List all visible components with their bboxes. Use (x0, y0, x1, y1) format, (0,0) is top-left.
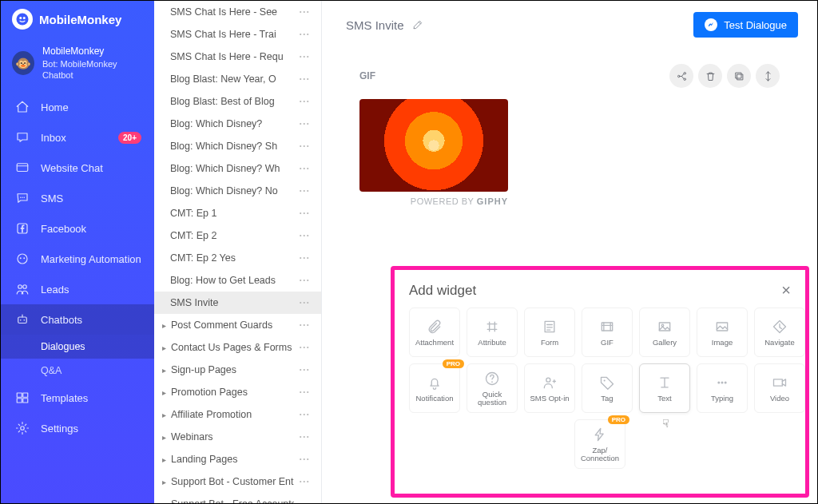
folder-menu[interactable]: ··· (300, 454, 310, 465)
brand: MobileMonkey (1, 1, 154, 38)
dialogue-item[interactable]: SMS Invite··· (154, 292, 321, 314)
workspace-switcher[interactable]: 🐵 MobileMonkey Bot: MobileMonkey Chatbot (1, 38, 154, 92)
widget-option-label: GIF (598, 339, 616, 347)
dialogue-folder[interactable]: ▸Promotion Pages··· (154, 381, 321, 403)
dialogue-item-menu[interactable]: ··· (300, 29, 310, 40)
nav-website-chat[interactable]: Website Chat (1, 153, 154, 183)
test-dialogue-label: Test Dialogue (724, 19, 787, 31)
widget-option-form[interactable]: Form (524, 308, 575, 357)
folder-label: Landing Pages (171, 454, 237, 465)
dialogue-folder[interactable]: ▸Webinars··· (154, 426, 321, 448)
topbar: SMS Invite Test Dialogue (322, 1, 817, 46)
dialogue-folder[interactable]: ▸Affiliate Promotion··· (154, 403, 321, 426)
folder-menu[interactable]: ··· (300, 476, 310, 487)
svg-point-36 (721, 381, 724, 383)
dialogue-item[interactable]: CMT: Ep 2 Yes··· (154, 247, 321, 269)
dialogue-item[interactable]: Blog: Which Disney? Sh··· (154, 135, 321, 157)
delete-button[interactable] (698, 64, 722, 88)
dialogue-item-menu[interactable]: ··· (300, 96, 310, 107)
dialogue-item[interactable]: SMS Chat Is Here - See··· (154, 1, 321, 23)
dialogue-item[interactable]: SMS Chat Is Here - Requ··· (154, 46, 321, 68)
nav-templates[interactable]: Templates (1, 383, 154, 413)
gif-widget-card[interactable]: GIF POWERED BY GIPHY (346, 54, 793, 216)
widget-option-typing[interactable]: Typing (697, 363, 748, 413)
widget-option-attachment[interactable]: Attachment (409, 308, 460, 357)
widget-option-image[interactable]: Image (697, 308, 748, 357)
folder-menu[interactable]: ··· (300, 319, 310, 331)
widget-option-gallery[interactable]: Gallery (639, 308, 690, 357)
folder-menu[interactable]: ··· (300, 409, 310, 420)
widget-option-quick-question[interactable]: Quick question (467, 363, 518, 413)
folder-label: Sign-up Pages (171, 364, 236, 375)
dialogue-folder[interactable]: ▸Support Bot - Customer Entry··· (154, 470, 321, 493)
nav-inbox[interactable]: Inbox 20+ (1, 122, 154, 153)
close-panel-button[interactable]: × (781, 281, 791, 300)
nav-leads[interactable]: Leads (1, 274, 154, 304)
dialogue-item-menu[interactable]: ··· (300, 141, 310, 152)
dialogue-item-menu[interactable]: ··· (300, 51, 310, 62)
folder-menu[interactable]: ··· (300, 342, 310, 353)
widget-option-gif[interactable]: GIF (582, 308, 633, 357)
test-dialogue-button[interactable]: Test Dialogue (693, 12, 798, 38)
dialogue-item[interactable]: CMT: Ep 2··· (154, 224, 321, 247)
svg-point-34 (604, 379, 606, 381)
nav-sms[interactable]: SMS (1, 183, 154, 213)
dialogue-item-menu[interactable]: ··· (300, 230, 310, 241)
dialogue-item-menu[interactable]: ··· (300, 208, 310, 219)
dialogue-item[interactable]: Blog Blast: New Year, O··· (154, 68, 321, 90)
dialogue-item[interactable]: SMS Chat Is Here - Trai··· (154, 23, 321, 46)
dialogue-item[interactable]: Blog Blast: Best of Blog··· (154, 90, 321, 113)
chevron-right-icon: ▸ (162, 411, 166, 419)
nav-facebook[interactable]: Facebook (1, 213, 154, 244)
dialogue-folder[interactable]: ▸Landing Pages··· (154, 448, 321, 470)
nav-marketing[interactable]: Marketing Automation (1, 244, 154, 274)
dialogue-item-menu[interactable]: ··· (300, 6, 310, 18)
svg-point-4 (20, 197, 22, 199)
copy-button[interactable] (727, 64, 751, 88)
widget-option-sms-opt-in[interactable]: SMS Opt-in (524, 363, 575, 413)
dialogue-folder[interactable]: ▸Post Comment Guards··· (154, 314, 321, 336)
notification-icon (427, 374, 443, 391)
dialogue-item[interactable]: CMT: Ep 1··· (154, 202, 321, 224)
dialogue-folder[interactable]: ▸Support Bot - Free Accounts··· (154, 493, 321, 503)
nav-dialogues[interactable]: Dialogues (1, 335, 154, 359)
widget-option-notification[interactable]: PRONotification (409, 363, 460, 413)
widget-option-zap-connection[interactable]: PROZap/Connection (574, 419, 625, 469)
dialogue-folder[interactable]: ▸Contact Us Pages & Forms··· (154, 336, 321, 359)
dialogue-item-menu[interactable]: ··· (300, 73, 310, 85)
nav-qa[interactable]: Q&A (1, 359, 154, 383)
drag-handle[interactable] (756, 64, 780, 88)
dialogue-folder[interactable]: ▸Sign-up Pages··· (154, 359, 321, 381)
dialogue-item-menu[interactable]: ··· (300, 275, 310, 286)
edit-title-icon[interactable] (412, 19, 423, 30)
widget-option-attribute[interactable]: Attribute (467, 308, 518, 357)
widget-option-text[interactable]: Text (639, 363, 690, 413)
nav-chatbots[interactable]: Chatbots (1, 304, 154, 335)
dialogue-item[interactable]: Blog: Which Disney? No··· (154, 180, 321, 202)
svg-rect-25 (736, 73, 741, 78)
svg-rect-19 (23, 399, 28, 403)
brand-name: MobileMonkey (39, 13, 121, 26)
dialogue-item[interactable]: Blog: Which Disney? Wh··· (154, 157, 321, 180)
folder-label: Webinars (171, 431, 213, 442)
svg-point-2 (23, 17, 26, 19)
dialogue-item[interactable]: Blog: How to Get Leads··· (154, 269, 321, 292)
dialogue-item[interactable]: Blog: Which Disney?··· (154, 113, 321, 135)
dialogue-item-label: Blog: How to Get Leads (170, 275, 276, 286)
folder-menu[interactable]: ··· (300, 431, 310, 442)
dialogue-item-menu[interactable]: ··· (300, 163, 310, 174)
folder-menu[interactable]: ··· (300, 364, 310, 375)
folder-menu[interactable]: ··· (300, 387, 310, 398)
nav-home[interactable]: Home (1, 92, 154, 122)
branch-button[interactable] (669, 64, 693, 88)
folder-menu[interactable]: ··· (300, 498, 310, 503)
widget-option-video[interactable]: Video (754, 363, 805, 413)
dialogue-item-menu[interactable]: ··· (300, 297, 310, 308)
widget-option-tag[interactable]: Tag (582, 363, 633, 413)
dialogue-item-menu[interactable]: ··· (300, 252, 310, 264)
widget-option-navigate[interactable]: Navigate (754, 308, 805, 357)
dialogue-item-menu[interactable]: ··· (300, 118, 310, 129)
dialogue-item-menu[interactable]: ··· (300, 185, 310, 196)
nav-settings[interactable]: Settings (1, 413, 154, 443)
gif-preview[interactable] (359, 99, 508, 192)
